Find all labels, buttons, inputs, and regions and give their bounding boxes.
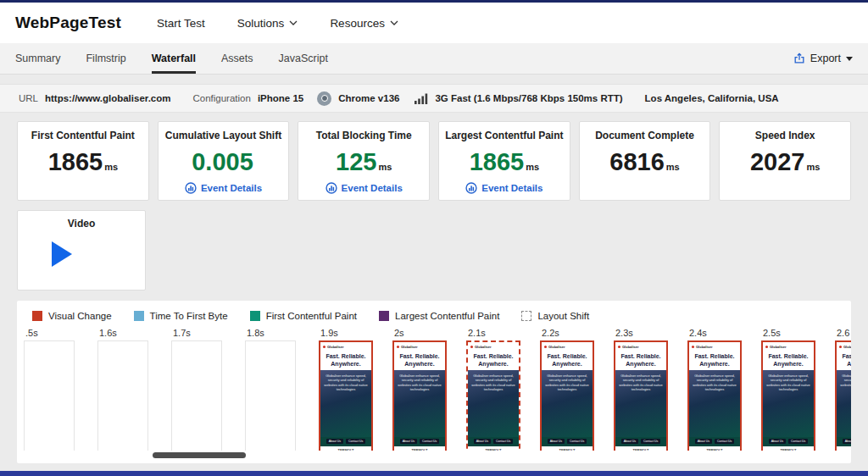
frame-time-label: 2s — [394, 328, 466, 338]
frame-thumbnail[interactable]: Globaliser Fast. Reliable. Anywhere. Glo… — [466, 340, 520, 451]
thumb-headline: Fast. Reliable. Anywhere. — [837, 351, 851, 370]
thumb-contact-button: Contact Us — [493, 439, 513, 444]
metric-label: Speed Index — [755, 130, 815, 141]
tab-waterfall[interactable]: Waterfall — [152, 43, 196, 74]
location-info: Los Angeles, California, USA — [645, 93, 779, 103]
frame-thumbnail[interactable]: Globaliser Fast. Reliable. Anywhere. Glo… — [614, 340, 668, 451]
thumb-footer: TERMOLT — [468, 446, 519, 451]
metric-unit: ms — [378, 162, 392, 172]
event-details-label: Event Details — [342, 183, 403, 193]
thumb-contact-button: Contact Us — [788, 439, 808, 444]
event-details-link[interactable]: Event Details — [465, 182, 542, 194]
export-icon — [793, 53, 805, 64]
browser-name: Chrome v136 — [338, 93, 399, 103]
configuration-label: Configuration — [192, 93, 250, 103]
nav-solutions[interactable]: Solutions — [237, 17, 298, 30]
filmstrip-frame: .5s — [24, 328, 97, 451]
tab-filmstrip[interactable]: Filmstrip — [86, 43, 125, 74]
nav-start-test[interactable]: Start Test — [157, 17, 205, 30]
thumb-site-header: Globaliser — [468, 342, 519, 351]
metric-value: 1865 — [48, 148, 103, 176]
device-name: iPhone 15 — [258, 93, 303, 103]
frame-thumbnail[interactable]: Globaliser Fast. Reliable. Anywhere. Glo… — [392, 340, 447, 451]
frame-thumbnail[interactable] — [24, 340, 75, 451]
thumb-site-header: Globaliser — [394, 342, 445, 351]
frame-time-label: 1.9s — [320, 328, 392, 338]
nav-label: Solutions — [237, 17, 285, 30]
frame-thumbnail[interactable]: Globaliser Fast. Reliable. Anywhere. Glo… — [540, 340, 594, 451]
signal-bars-icon — [415, 93, 428, 104]
scrollbar-thumb[interactable] — [153, 452, 246, 458]
thumb-footer: TERMOLT — [320, 446, 371, 451]
frame-time-label: 2.4s — [689, 328, 761, 338]
metric-value: 2027 — [750, 148, 805, 176]
legend-item: Visual Change — [32, 311, 112, 321]
tab-assets[interactable]: Assets — [221, 43, 253, 74]
thumb-brand: Globaliser — [401, 345, 418, 349]
logo[interactable]: WebPageTest — [15, 14, 121, 32]
thumb-brand: Globaliser — [843, 345, 851, 349]
thumb-buttons: About Us Contact Us — [763, 437, 814, 446]
frame-thumbnail[interactable] — [97, 340, 148, 451]
export-button[interactable]: Export — [793, 43, 853, 74]
metric-value: 1865 — [470, 148, 525, 176]
chrome-icon — [317, 91, 331, 106]
tab-summary[interactable]: Summary — [15, 43, 60, 74]
thumb-site-header: Globaliser — [837, 342, 851, 351]
frame-time-label: 2.6 — [837, 328, 851, 338]
metric-unit: ms — [807, 162, 821, 172]
thumb-body-text: Globaliser enhance speed, security and r… — [542, 370, 593, 438]
thumb-about-button: About Us — [621, 439, 638, 444]
frame-time-label: 1.7s — [173, 328, 245, 338]
metric-value-row: 6816 ms — [609, 148, 679, 176]
frame-thumbnail[interactable]: Globaliser Fast. Reliable. Anywhere. Glo… — [319, 340, 373, 451]
filmstrip-frames: .5s 1.6s — [17, 328, 851, 451]
thumb-body-text: Globaliser enhance speed, security and r… — [837, 370, 851, 438]
horizontal-scrollbar[interactable] — [25, 452, 843, 458]
filmstrip-frame: 1.8s — [245, 328, 319, 451]
event-details-label: Event Details — [201, 183, 262, 193]
legend-item: Layout Shift — [521, 311, 589, 321]
metric-value-row: 0.005 — [192, 148, 255, 176]
thumb-buttons: About Us Contact Us — [468, 437, 519, 446]
filmstrip-legend: Visual Change Time To First Byte First C… — [17, 301, 851, 324]
play-icon[interactable] — [52, 241, 72, 267]
tab-bar: SummaryFilmstripWaterfallAssetsJavaScrip… — [0, 43, 868, 75]
filmstrip-frame: 2.1s Globaliser Fast. Reliable. Anywhere… — [466, 328, 540, 451]
frame-thumbnail[interactable]: Globaliser Fast. Reliable. Anywhere. Glo… — [835, 340, 851, 451]
frame-thumbnail[interactable] — [171, 340, 222, 451]
nav-resources[interactable]: Resources — [330, 17, 398, 30]
tab-javascript[interactable]: JavaScript — [279, 43, 328, 74]
frame-thumbnail[interactable]: Globaliser Fast. Reliable. Anywhere. Glo… — [687, 340, 742, 451]
thumb-brand: Globaliser — [548, 345, 565, 349]
video-card[interactable]: Video — [17, 210, 146, 291]
thumb-about-button: About Us — [400, 439, 417, 444]
test-info-bar: URL https://www.globaliser.com Configura… — [0, 84, 868, 113]
frame-thumbnail[interactable]: Globaliser Fast. Reliable. Anywhere. Glo… — [761, 340, 815, 451]
thumb-brand: Globaliser — [770, 345, 787, 349]
metric-value-row: 1865 ms — [48, 148, 118, 176]
metric-unit: ms — [104, 162, 118, 172]
thumb-logo-dot-icon — [397, 346, 399, 348]
thumb-contact-button: Contact Us — [641, 439, 660, 444]
thumb-body-text: Globaliser enhance speed, security and r… — [763, 370, 814, 438]
thumb-footer: TERMOLT — [689, 446, 740, 451]
thumb-body-text: Globaliser enhance speed, security and r… — [615, 370, 666, 438]
legend-swatch — [379, 311, 389, 321]
thumb-headline: Fast. Reliable. Anywhere. — [468, 351, 519, 370]
event-details-link[interactable]: Event Details — [326, 182, 403, 194]
filmstrip-frame: 2.6 Globaliser Fast. Reliable. Anywhere.… — [835, 328, 851, 451]
event-details-link[interactable]: Event Details — [185, 182, 262, 194]
thumb-logo-dot-icon — [544, 346, 547, 348]
thumb-buttons: About Us Contact Us — [542, 437, 593, 446]
filmstrip-frame: 1.9s Globaliser Fast. Reliable. Anywhere… — [319, 328, 392, 451]
frame-time-label: 1.8s — [247, 328, 319, 338]
thumb-logo-dot-icon — [765, 346, 768, 348]
tab-label: JavaScript — [279, 53, 328, 64]
frame-thumbnail[interactable] — [245, 340, 296, 451]
frame-time-label: 2.5s — [763, 328, 835, 338]
tab-label: Filmstrip — [86, 53, 125, 64]
legend-item: Largest Contentful Paint — [379, 311, 499, 321]
metric-card: First Contentful Paint 1865 ms — [17, 121, 149, 201]
test-url[interactable]: https://www.globaliser.com — [45, 93, 170, 103]
